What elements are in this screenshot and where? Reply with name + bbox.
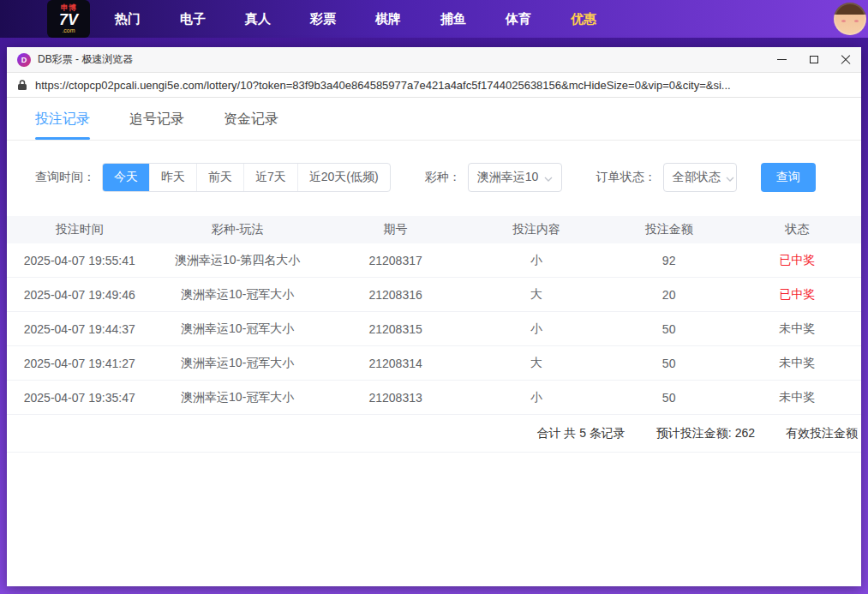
minimize-button[interactable] xyxy=(766,47,798,72)
nav-item-1[interactable]: 热门 xyxy=(95,11,160,27)
status-filter-label: 订单状态： xyxy=(596,170,656,185)
address-bar[interactable]: https://ctopcp02pcali.uengi5e.com/lotter… xyxy=(7,73,861,98)
minimize-icon xyxy=(777,59,787,60)
site-logo[interactable]: 申博 7V .com xyxy=(47,0,90,38)
nav-item-6[interactable]: 捕鱼 xyxy=(421,11,486,27)
window-title-bar: D DB彩票 - 极速浏览器 xyxy=(7,47,861,73)
table-row: 2025-04-07 19:41:27澳洲幸运10-冠军大小21208314大5… xyxy=(7,346,861,381)
tabs: 投注记录追号记录资金记录 xyxy=(7,98,861,141)
cell-game-play: 澳洲幸运10-冠军大小 xyxy=(152,390,322,405)
nav-item-8[interactable]: 优惠 xyxy=(551,11,616,27)
column-header-4: 投注内容 xyxy=(468,222,605,237)
cell-status: 已中奖 xyxy=(733,287,861,303)
table-row: 2025-04-07 19:35:47澳洲幸运10-冠军大小21208313小5… xyxy=(7,381,861,415)
close-icon xyxy=(841,55,851,65)
cell-status: 未中奖 xyxy=(733,390,861,405)
window-title: DB彩票 - 极速浏览器 xyxy=(38,52,133,67)
time-option-4[interactable]: 近7天 xyxy=(244,164,298,191)
table-row: 2025-04-07 19:44:37澳洲幸运10-冠军大小21208315小5… xyxy=(7,312,861,346)
cell-issue-number: 21208314 xyxy=(323,357,468,370)
summary-total: 合计 共 5 条记录 xyxy=(536,426,625,441)
nav-item-3[interactable]: 真人 xyxy=(225,11,290,27)
cell-bet-time: 2025-04-07 19:44:37 xyxy=(7,322,152,336)
summary-bar: 合计 共 5 条记录 预计投注金额: 262 有效投注金额 xyxy=(7,415,861,453)
lottery-select[interactable]: 澳洲幸运10 xyxy=(468,163,562,192)
maximize-button[interactable] xyxy=(798,47,829,72)
lottery-select-value: 澳洲幸运10 xyxy=(477,170,539,185)
cell-game-play: 澳洲幸运10-冠军大小 xyxy=(152,287,322,303)
cell-status: 未中奖 xyxy=(733,356,861,371)
cell-bet-amount: 50 xyxy=(605,391,733,405)
user-avatar[interactable] xyxy=(834,3,866,35)
chevron-down-icon xyxy=(726,171,734,184)
top-nav: 热门电子真人彩票棋牌捕鱼体育优惠 xyxy=(95,11,616,27)
cell-bet-amount: 92 xyxy=(605,254,733,267)
time-option-1[interactable]: 今天 xyxy=(103,164,150,191)
cell-bet-content: 小 xyxy=(468,390,605,405)
cell-bet-time: 2025-04-07 19:55:41 xyxy=(7,254,152,267)
column-header-5: 投注金额 xyxy=(605,222,733,237)
cell-status: 未中奖 xyxy=(733,321,861,337)
cell-bet-content: 大 xyxy=(468,356,605,371)
time-option-3[interactable]: 前天 xyxy=(197,164,244,191)
window-controls xyxy=(766,47,861,72)
tab-2[interactable]: 追号记录 xyxy=(129,111,184,140)
page-content: 投注记录追号记录资金记录 查询时间： 今天昨天前天近7天近20天(低频) 彩种：… xyxy=(7,98,861,586)
time-option-2[interactable]: 昨天 xyxy=(150,164,197,191)
cell-issue-number: 21208315 xyxy=(323,322,468,336)
cell-bet-amount: 50 xyxy=(605,357,733,370)
column-header-3: 期号 xyxy=(323,222,468,237)
filter-bar: 查询时间： 今天昨天前天近7天近20天(低频) 彩种： 澳洲幸运10 订单状态：… xyxy=(7,141,861,207)
url-text[interactable]: https://ctopcp02pcali.uengi5e.com/lotter… xyxy=(35,79,731,92)
table-body: 2025-04-07 19:55:41澳洲幸运10-第四名大小21208317小… xyxy=(7,243,861,415)
time-filter-group: 今天昨天前天近7天近20天(低频) xyxy=(102,163,391,192)
column-header-6: 状态 xyxy=(733,222,861,237)
top-bar: 申博 7V .com 热门电子真人彩票棋牌捕鱼体育优惠 xyxy=(0,0,868,38)
order-status-value: 全部状态 xyxy=(673,170,721,185)
cell-issue-number: 21208316 xyxy=(323,288,468,302)
cell-bet-time: 2025-04-07 19:41:27 xyxy=(7,357,152,370)
cell-game-play: 澳洲幸运10-冠军大小 xyxy=(152,321,322,337)
summary-expected-amount: 预计投注金额: 262 xyxy=(656,426,755,441)
cell-issue-number: 21208313 xyxy=(323,391,468,405)
cell-status: 已中奖 xyxy=(733,253,861,268)
table-row: 2025-04-07 19:49:46澳洲幸运10-冠军大小21208316大2… xyxy=(7,278,861,312)
table-row: 2025-04-07 19:55:41澳洲幸运10-第四名大小21208317小… xyxy=(7,243,861,278)
cell-bet-content: 小 xyxy=(468,253,605,268)
cell-game-play: 澳洲幸运10-第四名大小 xyxy=(152,253,322,268)
nav-item-7[interactable]: 体育 xyxy=(486,11,551,27)
logo-main-text: 7V xyxy=(59,12,78,27)
cell-bet-time: 2025-04-07 19:35:47 xyxy=(7,391,152,405)
summary-valid-amount: 有效投注金额 xyxy=(786,426,858,441)
app-icon: D xyxy=(17,53,31,67)
nav-item-4[interactable]: 彩票 xyxy=(290,11,356,27)
nav-item-5[interactable]: 棋牌 xyxy=(356,11,421,27)
tab-1[interactable]: 投注记录 xyxy=(35,111,90,140)
chevron-down-icon xyxy=(544,171,553,184)
column-header-2: 彩种-玩法 xyxy=(152,222,322,237)
cell-bet-time: 2025-04-07 19:49:46 xyxy=(7,288,152,302)
logo-suffix-text: .com xyxy=(62,27,75,33)
table-header: 投注时间彩种-玩法期号投注内容投注金额状态 xyxy=(7,216,861,243)
close-button[interactable] xyxy=(829,47,861,72)
cell-bet-amount: 50 xyxy=(605,322,733,336)
cell-bet-content: 大 xyxy=(468,287,605,303)
maximize-icon xyxy=(810,56,818,63)
order-status-select[interactable]: 全部状态 xyxy=(663,163,737,192)
browser-window: D DB彩票 - 极速浏览器 https://ctopcp02pcali.uen… xyxy=(7,47,861,586)
cell-bet-content: 小 xyxy=(468,321,605,337)
column-header-1: 投注时间 xyxy=(7,222,152,237)
time-option-5[interactable]: 近20天(低频) xyxy=(298,164,390,191)
query-button[interactable]: 查询 xyxy=(761,163,816,192)
cell-issue-number: 21208317 xyxy=(323,254,468,267)
cell-game-play: 澳洲幸运10-冠军大小 xyxy=(152,356,322,371)
lock-icon xyxy=(17,79,27,91)
cell-bet-amount: 20 xyxy=(605,288,733,302)
tab-3[interactable]: 资金记录 xyxy=(224,111,278,140)
lottery-filter-label: 彩种： xyxy=(425,170,461,185)
time-filter-label: 查询时间： xyxy=(35,170,95,185)
nav-item-2[interactable]: 电子 xyxy=(160,11,225,27)
